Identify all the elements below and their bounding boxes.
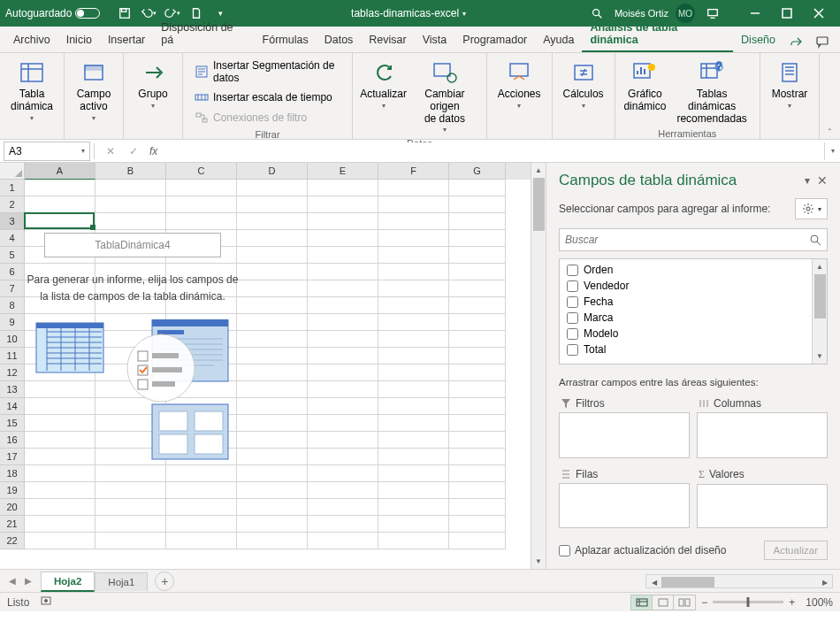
- fx-icon[interactable]: fx: [149, 145, 157, 157]
- cell[interactable]: [166, 381, 237, 398]
- zoom-level[interactable]: 100%: [806, 596, 833, 609]
- col-header-e[interactable]: E: [308, 163, 378, 180]
- cell[interactable]: [95, 482, 166, 499]
- cell[interactable]: [25, 465, 95, 482]
- cell[interactable]: [237, 465, 308, 482]
- worksheet[interactable]: A B C D E F G TablaDinámica4 Para genera…: [0, 163, 531, 569]
- cell[interactable]: [25, 482, 95, 499]
- cell[interactable]: [378, 196, 449, 213]
- cell[interactable]: [95, 499, 166, 516]
- row-header-15[interactable]: 15: [0, 415, 25, 432]
- cancel-formula-button[interactable]: ✕: [100, 142, 121, 160]
- cell[interactable]: [308, 213, 378, 230]
- row-header-19[interactable]: 19: [0, 482, 25, 499]
- cell[interactable]: [25, 499, 95, 516]
- cell[interactable]: [25, 280, 95, 297]
- cell[interactable]: [378, 348, 449, 365]
- cell[interactable]: [308, 415, 378, 432]
- cell[interactable]: [95, 314, 166, 331]
- cell[interactable]: [237, 280, 308, 297]
- sheet-nav-next[interactable]: ▶: [21, 574, 35, 588]
- cell[interactable]: [449, 213, 506, 230]
- field-item-fecha[interactable]: Fecha: [560, 294, 827, 310]
- macro-record-button[interactable]: [40, 595, 52, 610]
- row-header-2[interactable]: 2: [0, 196, 25, 213]
- minimize-button[interactable]: [739, 0, 771, 27]
- tab-datos[interactable]: Datos: [317, 29, 362, 52]
- cell[interactable]: [166, 482, 237, 499]
- pane-close-button[interactable]: ✕: [817, 173, 828, 188]
- add-sheet-button[interactable]: +: [155, 572, 174, 591]
- cell[interactable]: [25, 381, 95, 398]
- row-header-17[interactable]: 17: [0, 449, 25, 465]
- area-valores[interactable]: [697, 484, 828, 529]
- cell[interactable]: [308, 398, 378, 415]
- comments-button[interactable]: [810, 31, 835, 52]
- cell[interactable]: [449, 432, 506, 449]
- zoom-out-button[interactable]: −: [701, 596, 707, 609]
- cell[interactable]: [237, 499, 308, 516]
- cell[interactable]: [449, 415, 506, 432]
- cell[interactable]: [308, 264, 378, 280]
- cell[interactable]: [308, 499, 378, 516]
- cell[interactable]: [449, 331, 506, 348]
- col-header-b[interactable]: B: [95, 163, 166, 180]
- cell[interactable]: [378, 465, 449, 482]
- row-header-7[interactable]: 7: [0, 280, 25, 297]
- tab-ayuda[interactable]: Ayuda: [535, 29, 582, 52]
- cell[interactable]: [25, 264, 95, 280]
- col-header-f[interactable]: F: [378, 163, 449, 180]
- cell[interactable]: [166, 432, 237, 449]
- cell[interactable]: [378, 297, 449, 314]
- cell[interactable]: [449, 398, 506, 415]
- cell[interactable]: [378, 180, 449, 196]
- col-header-g[interactable]: G: [449, 163, 506, 180]
- search-input[interactable]: [560, 229, 804, 250]
- cell[interactable]: [378, 499, 449, 516]
- tab-inicio[interactable]: Inicio: [58, 29, 100, 52]
- cell[interactable]: [25, 348, 95, 365]
- row-header-16[interactable]: 16: [0, 432, 25, 449]
- cell[interactable]: [237, 516, 308, 533]
- cell[interactable]: [95, 280, 166, 297]
- cell[interactable]: [166, 196, 237, 213]
- cell[interactable]: [166, 331, 237, 348]
- view-pagebreak-button[interactable]: [674, 595, 695, 610]
- close-button[interactable]: [803, 0, 835, 27]
- cell[interactable]: [95, 365, 166, 381]
- cell[interactable]: [308, 314, 378, 331]
- cell[interactable]: [95, 533, 166, 549]
- col-header-d[interactable]: D: [237, 163, 308, 180]
- cell[interactable]: [308, 432, 378, 449]
- tab-vista[interactable]: Vista: [415, 29, 455, 52]
- insertar-escala-button[interactable]: Insertar escala de tiempo: [190, 88, 345, 107]
- cell[interactable]: [378, 432, 449, 449]
- field-item-marca[interactable]: Marca: [560, 310, 827, 326]
- cell[interactable]: [237, 432, 308, 449]
- field-list-scrollbar[interactable]: ▲ ▼: [812, 259, 827, 364]
- actualizar-button[interactable]: Actualizar▾: [360, 57, 407, 111]
- cell[interactable]: [308, 482, 378, 499]
- row-header-1[interactable]: 1: [0, 180, 25, 196]
- cell[interactable]: [166, 247, 237, 264]
- cell[interactable]: [237, 180, 308, 196]
- cell[interactable]: [449, 348, 506, 365]
- cell[interactable]: [378, 516, 449, 533]
- tab-formulas[interactable]: Fórmulas: [255, 29, 317, 52]
- insertar-segmentacion-button[interactable]: Insertar Segmentación de datos: [190, 57, 345, 87]
- cell[interactable]: [25, 247, 95, 264]
- zoom-in-button[interactable]: +: [789, 596, 795, 609]
- cell[interactable]: [166, 499, 237, 516]
- cell[interactable]: [308, 331, 378, 348]
- row-header-18[interactable]: 18: [0, 465, 25, 482]
- area-filas[interactable]: [559, 483, 690, 529]
- field-checkbox[interactable]: [567, 328, 578, 340]
- cell[interactable]: [237, 482, 308, 499]
- tab-insertar[interactable]: Insertar: [100, 29, 153, 52]
- cell[interactable]: [237, 348, 308, 365]
- cell[interactable]: [95, 247, 166, 264]
- cell[interactable]: [237, 196, 308, 213]
- campo-activo-button[interactable]: Campo activo▾: [72, 57, 116, 124]
- cell[interactable]: [308, 348, 378, 365]
- cell[interactable]: [237, 314, 308, 331]
